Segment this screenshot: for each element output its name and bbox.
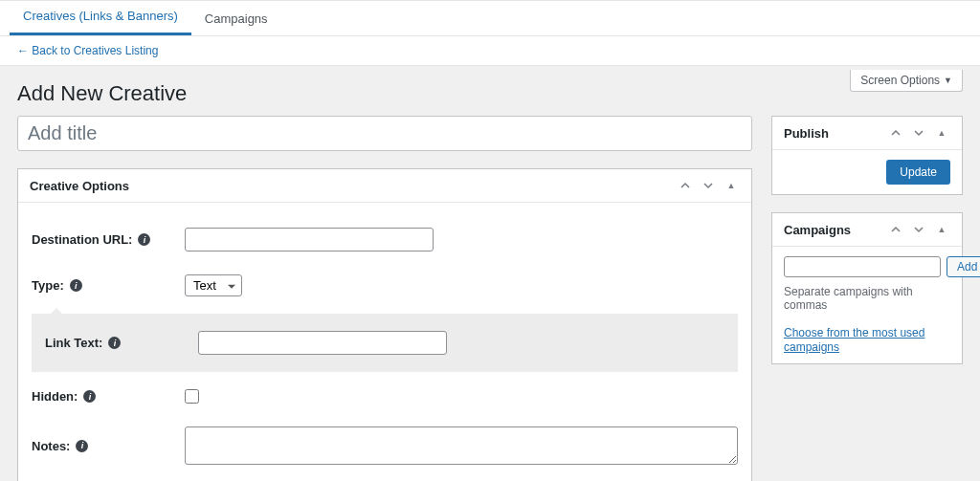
move-down-icon[interactable] (700, 177, 717, 194)
link-text-label: Link Text: i (45, 336, 198, 350)
destination-url-row: Destination URL: i (18, 216, 751, 263)
notes-textarea[interactable] (185, 426, 738, 465)
creative-options-handle-actions: ▲ (677, 177, 740, 194)
destination-url-label-text: Destination URL: (32, 232, 132, 247)
link-text-label-text: Link Text: (45, 336, 102, 350)
notes-label: Notes: i (32, 439, 185, 453)
move-down-icon[interactable] (910, 221, 927, 238)
move-up-icon[interactable] (677, 177, 694, 194)
creative-options-body: Destination URL: i Type: i Text (18, 203, 751, 481)
back-row: ← Back to Creatives Listing (0, 36, 980, 66)
move-up-icon[interactable] (887, 124, 904, 142)
link-text-input[interactable] (198, 331, 447, 355)
campaigns-heading: Campaigns (784, 223, 851, 237)
title-input[interactable] (17, 116, 752, 151)
type-label: Type: i (32, 278, 185, 293)
destination-url-input[interactable] (185, 228, 434, 251)
notes-row: Notes: i (18, 415, 751, 476)
main-column: Creative Options ▲ Destina (17, 116, 752, 481)
campaigns-hint: Separate campaigns with commas (784, 285, 950, 312)
screen-options-label: Screen Options (860, 74, 940, 87)
tab-campaigns[interactable]: Campaigns (191, 2, 281, 35)
info-icon[interactable]: i (108, 337, 121, 349)
hidden-label-text: Hidden: (32, 389, 78, 404)
page-title: Add New Creative (17, 81, 963, 106)
link-text-row: Link Text: i (32, 314, 738, 372)
creative-options-box: Creative Options ▲ Destina (17, 168, 752, 481)
type-select[interactable]: Text (185, 274, 242, 296)
campaigns-handle-actions: ▲ (887, 221, 950, 238)
campaigns-input[interactable] (784, 256, 941, 277)
info-icon[interactable]: i (138, 233, 150, 246)
move-up-icon[interactable] (887, 221, 904, 238)
creative-options-heading: Creative Options (30, 179, 129, 193)
hidden-row: Hidden: i (18, 378, 751, 415)
publish-box: Publish ▲ Update (771, 116, 963, 195)
screen-options-toggle[interactable]: Screen Options ▼ (850, 70, 963, 92)
destination-url-label: Destination URL: i (32, 232, 185, 247)
publish-header: Publish ▲ (772, 117, 962, 150)
hidden-label: Hidden: i (32, 389, 185, 404)
move-down-icon[interactable] (910, 124, 927, 142)
chevron-down-icon: ▼ (944, 76, 952, 85)
publish-heading: Publish (784, 126, 829, 141)
content-wrap: Screen Options ▼ Add New Creative Creati… (0, 66, 980, 481)
publish-handle-actions: ▲ (887, 124, 950, 142)
toggle-icon[interactable]: ▲ (933, 124, 950, 142)
info-icon[interactable]: i (70, 279, 82, 292)
info-icon[interactable]: i (83, 390, 96, 403)
choose-campaigns-link[interactable]: Choose from the most used campaigns (784, 326, 924, 354)
update-button[interactable]: Update (886, 160, 950, 185)
info-icon[interactable]: i (76, 440, 88, 452)
toggle-icon[interactable]: ▲ (933, 221, 950, 238)
notes-label-text: Notes: (32, 439, 70, 453)
side-column: Publish ▲ Update (771, 116, 963, 382)
top-tabs: Creatives (Links & Banners) Campaigns (0, 0, 980, 36)
type-label-text: Type: (32, 278, 64, 293)
type-row: Type: i Text (18, 263, 751, 308)
campaigns-header: Campaigns ▲ (772, 213, 962, 247)
creative-options-header: Creative Options ▲ (18, 169, 751, 203)
publish-body: Update (772, 150, 962, 194)
add-campaign-button[interactable]: Add (947, 256, 980, 277)
back-to-listing-link[interactable]: ← Back to Creatives Listing (17, 44, 158, 57)
campaigns-body: Add Separate campaigns with commas Choos… (772, 247, 962, 363)
tab-creatives[interactable]: Creatives (Links & Banners) (10, 0, 191, 35)
campaigns-box: Campaigns ▲ Add (771, 212, 963, 364)
hidden-checkbox[interactable] (185, 389, 199, 404)
toggle-icon[interactable]: ▲ (723, 177, 740, 194)
